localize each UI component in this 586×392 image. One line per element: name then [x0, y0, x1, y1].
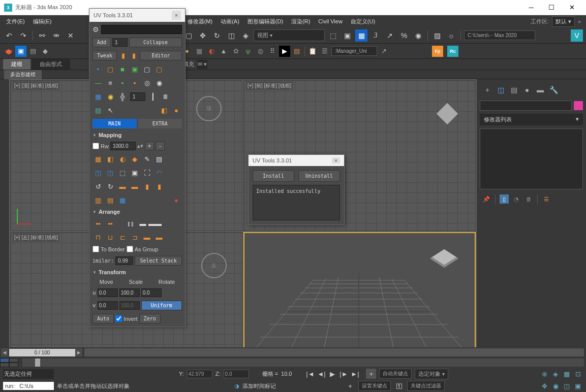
brick-icon[interactable]: ▦ [94, 92, 103, 101]
key-filter-button[interactable]: 关键点过滤器 [407, 381, 445, 391]
clipboard-icon[interactable]: 📋 [307, 46, 318, 57]
teapot-icon[interactable]: 🫖 [3, 46, 14, 57]
export-icon[interactable]: ↗ [378, 46, 389, 57]
menu-rendering[interactable]: 渲染(R) [288, 17, 313, 26]
deselect-icon[interactable]: ◉ [155, 78, 164, 87]
render-last-button[interactable]: ☼ [445, 29, 457, 42]
maxscript-input[interactable]: run: C:\Us [3, 382, 54, 390]
texture-icon[interactable]: ▦ [194, 46, 205, 57]
uvtools-search-input[interactable] [101, 25, 182, 34]
similar-spinner[interactable] [115, 256, 133, 265]
view-combo[interactable]: 视图 ▾ [254, 29, 325, 41]
plus-button[interactable]: + [145, 142, 154, 150]
menu-modifiers[interactable]: 修改器(M) [184, 17, 216, 26]
move-button[interactable]: ✥ [197, 29, 209, 42]
fill-icon[interactable]: ▮ [129, 51, 138, 60]
viewcube-front[interactable] [437, 103, 458, 124]
vert-icon[interactable]: • [94, 64, 103, 74]
hflip-icon[interactable]: ▬ [118, 182, 127, 191]
ring-icon[interactable]: ▪ [118, 78, 127, 87]
add-spinner[interactable] [112, 38, 128, 47]
install-dialog[interactable]: UV Tools 3.3.01 × Install Uninstall Inst… [248, 154, 345, 225]
scale-v-input[interactable] [119, 301, 140, 310]
collapse-button[interactable]: Collapse [129, 38, 182, 47]
nav-fov-icon[interactable]: ◫ [562, 381, 572, 391]
pack1-icon[interactable]: ▥ [94, 195, 103, 205]
place-button[interactable]: ◈ [239, 29, 252, 42]
set-key-button[interactable]: 设置关键点 [358, 381, 391, 391]
modifier-list-dropdown[interactable]: 修改器列表▾ [480, 114, 583, 125]
grow-icon[interactable]: — [94, 78, 103, 87]
frame-counter[interactable]: 0 / 100 [9, 349, 75, 356]
menu-animation[interactable]: 动画(A) [218, 17, 242, 26]
track-toggle-4[interactable] [9, 363, 18, 367]
align2-icon[interactable]: ◫ [106, 168, 115, 177]
scale-u-input[interactable] [119, 288, 140, 297]
rc-icon[interactable]: Rc [447, 46, 458, 57]
close-button[interactable]: ✕ [562, 0, 582, 15]
minus-button[interactable]: - [156, 142, 165, 150]
mirror-v-icon[interactable]: ▮ [155, 182, 164, 191]
snap-percent-button[interactable]: ↗ [384, 29, 396, 42]
create-tab-icon[interactable]: + [482, 84, 493, 95]
nav-walk-icon[interactable]: ◈ [550, 369, 561, 379]
move-v-input[interactable] [98, 301, 118, 310]
graph-icon[interactable]: ◠ [155, 168, 164, 177]
element-icon[interactable]: ▢ [142, 64, 151, 74]
percent-button[interactable]: % [398, 29, 410, 42]
name-input[interactable] [480, 101, 572, 111]
motion-tab-icon[interactable]: ● [521, 84, 533, 95]
pic-icon[interactable]: ▨ [94, 106, 103, 115]
blue-box-icon[interactable]: ▣ [15, 46, 26, 57]
snap-button[interactable]: ⬚ [327, 29, 339, 42]
invert-checkbox[interactable]: Invert [115, 315, 138, 322]
arr1-icon[interactable]: ▪▪ [94, 219, 103, 228]
menu-edit[interactable]: 编辑(E) [30, 17, 55, 26]
ruler-icon[interactable]: Ⅲ [161, 92, 170, 101]
zero-button[interactable]: Zero [139, 314, 161, 323]
tab-model[interactable]: 建模 [3, 59, 30, 70]
auto-button[interactable]: Auto [92, 314, 114, 323]
utilities-tab-icon[interactable]: 🔧 [548, 84, 559, 95]
time-tag-icon[interactable]: ◑ [234, 383, 239, 389]
link-button[interactable]: ⚯ [36, 29, 48, 42]
tab-freeform[interactable]: 自由形式 [32, 59, 70, 70]
prev-frame-button[interactable]: ◄| [316, 369, 326, 379]
arr5-icon[interactable]: ▬▬ [150, 219, 160, 228]
help-chevron-icon[interactable]: » [578, 18, 581, 24]
dist1-icon[interactable]: ⊓ [94, 233, 103, 242]
unlink-button[interactable]: ⚮ [50, 29, 63, 42]
subtab-poly[interactable]: 多边形建模 [4, 70, 42, 79]
play-button[interactable]: ▶ [327, 369, 337, 379]
nav-pan2-icon[interactable]: ✥ [539, 381, 549, 391]
install-close-button[interactable]: × [332, 157, 340, 164]
uninstall-button[interactable]: Uninstall [298, 170, 340, 182]
dist2-icon[interactable]: ⊔ [106, 233, 115, 242]
uvtools-close-button[interactable]: × [172, 11, 181, 20]
key-filter-icon[interactable]: ⚿ [394, 381, 404, 391]
nav-zoom-icon[interactable]: ⊡ [573, 369, 583, 379]
num-spinner[interactable] [130, 92, 145, 101]
calendar-icon[interactable]: ▤ [27, 46, 39, 57]
menu-civil-view[interactable]: Civil View [315, 17, 345, 25]
undo-button[interactable]: ↶ [3, 29, 15, 42]
pack2-icon[interactable]: ▤ [106, 195, 115, 205]
nav-max-icon[interactable]: ▣ [573, 381, 583, 391]
redo-button[interactable]: ↷ [17, 29, 29, 42]
spinner-button[interactable]: ◉ [412, 29, 424, 42]
pin-stack-icon[interactable]: 📌 [482, 194, 491, 204]
nav-orbit-icon[interactable]: ▦ [562, 369, 572, 379]
planar-icon[interactable]: ▦ [94, 154, 103, 164]
fp-icon[interactable]: Fp [432, 46, 443, 57]
editor-button[interactable]: Editor [140, 51, 182, 60]
set-key-plus-button[interactable]: + [345, 381, 355, 391]
render-button[interactable]: ▨ [431, 29, 443, 42]
viewport-front-label[interactable]: [+] [前] [标准] [线框] [246, 82, 293, 90]
goto-start-button[interactable]: |◄ [305, 369, 315, 379]
center-icon[interactable]: ▣ [130, 168, 139, 177]
menu-graph-editors[interactable]: 图形编辑器(D) [244, 17, 286, 26]
snap2-button[interactable]: ▣ [341, 29, 353, 42]
fit-icon[interactable]: ⬚ [118, 168, 127, 177]
timeline-track[interactable] [22, 358, 584, 367]
display-tab-icon[interactable]: ▬ [535, 84, 546, 95]
